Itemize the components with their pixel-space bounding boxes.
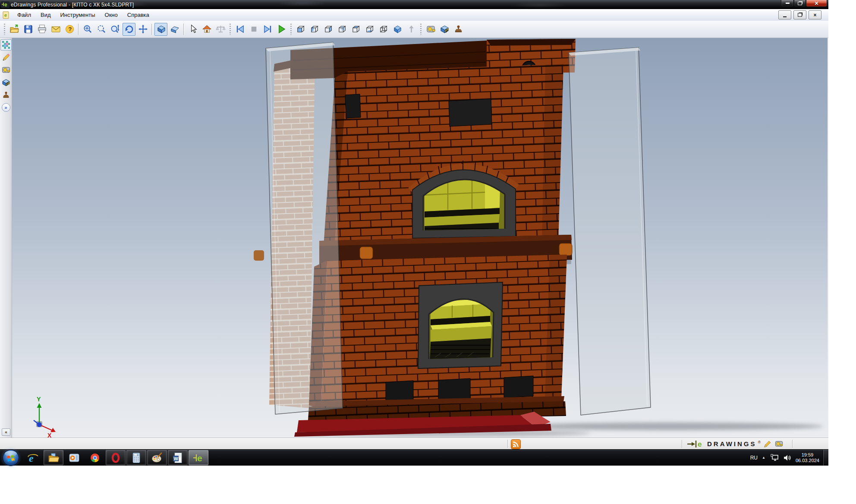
open-button[interactable] [8,23,21,36]
edrawings-icon: e [192,452,205,464]
sidebar-collapse-button[interactable]: « [2,428,10,436]
question-glyph: ? [68,26,72,32]
zoom-area-icon [97,24,107,34]
texture-icon [2,41,10,49]
mdi-minimize-button[interactable] [778,10,791,19]
taskbar: e [0,449,828,466]
toolbar-grip[interactable] [420,24,422,35]
taskbar-calculator[interactable]: 0 [126,450,146,465]
home-icon [202,24,212,34]
zoom-fit-button[interactable] [81,23,94,36]
view-bottom-button[interactable] [363,23,376,36]
stamp-side-button[interactable] [0,89,12,101]
window-restore-button[interactable] [794,0,806,7]
taskbar-edrawings[interactable]: e [189,450,208,465]
menu-bar: e Файл Вид Инструменты Окно Справка × [0,9,828,21]
edrawings-letter: e [197,453,202,463]
start-button[interactable] [3,450,19,466]
zoom-in-out-button[interactable] [109,23,122,36]
cross-section-side-button[interactable] [0,77,12,88]
show-desktop-button[interactable] [823,450,828,466]
mdi-close-button[interactable]: × [809,10,821,19]
view-cube-wireframe-icon [379,24,389,34]
up-arrow-icon [406,24,416,34]
view-back-button[interactable] [336,23,349,36]
svg-text:e: e [4,13,7,18]
hidden-lines-button[interactable] [168,23,181,36]
taskbar-media-player[interactable] [64,450,84,465]
texture-button[interactable] [0,39,12,50]
mass-properties-button[interactable] [214,23,227,36]
play-button[interactable] [275,23,288,36]
orientation-triad: Y X [34,396,56,438]
sidebar-expand-button[interactable]: » [2,103,10,112]
logo-letter: e [698,440,702,448]
taskbar-opera[interactable] [106,450,126,465]
home-button[interactable] [200,23,213,36]
menu-tools[interactable]: Инструменты [56,10,100,20]
play-icon [277,24,286,34]
markup-pencil-icon[interactable] [764,440,772,448]
select-button[interactable] [186,23,199,36]
window-close-button[interactable]: ✕ [806,0,827,7]
toolbar-grip[interactable] [290,24,292,35]
language-indicator[interactable]: RU [750,455,758,461]
volume-icon[interactable] [784,454,791,461]
pan-button[interactable] [136,23,149,36]
publish-button[interactable] [405,23,418,36]
view-cube-front-icon [296,24,306,34]
help-icon: ? [65,24,75,34]
help-button[interactable]: ? [63,23,76,36]
send-email-button[interactable] [49,23,62,36]
window-minimize-button[interactable] [781,0,794,7]
view-wireframe-button[interactable] [377,23,390,36]
main-toolbar: ? [0,21,828,38]
taskbar-word[interactable]: W [168,450,188,465]
stop-icon [249,24,259,34]
view-isometric-button[interactable] [391,23,404,36]
measure-status-icon[interactable] [775,440,783,448]
view-right-button[interactable] [322,23,335,36]
mdi-restore-button[interactable] [793,10,806,19]
menu-help[interactable]: Справка [123,10,154,20]
skip-end-icon [263,24,273,34]
status-groove [792,440,793,448]
stamp-button[interactable] [452,23,465,36]
print-button[interactable] [35,23,48,36]
toolbar-separator [183,24,184,35]
restore-icon [798,2,802,5]
cross-section-button[interactable] [438,23,451,36]
go-to-start-button[interactable] [233,23,246,36]
toolbar-grip[interactable] [4,24,5,35]
menu-view[interactable]: Вид [36,10,56,20]
registered-mark: ® [758,440,761,444]
tray-clock[interactable]: 19:59 06.03.2024 [796,452,819,463]
status-groove [507,440,508,448]
taskbar-chrome[interactable] [85,450,105,465]
stop-button[interactable] [247,23,260,36]
menu-window[interactable]: Окно [100,10,123,20]
3d-viewport[interactable]: Y X [12,38,828,438]
taskbar-internet-explorer[interactable]: e [23,450,43,465]
tray-expand-icon[interactable]: ▲ [762,456,765,460]
zoom-area-button[interactable] [95,23,108,36]
view-front-button[interactable] [294,23,307,36]
rotate-button[interactable] [123,23,135,36]
save-button[interactable] [22,23,35,36]
toolbar-grip[interactable] [230,24,231,35]
triad-y-label: Y [37,396,41,403]
pen-button[interactable] [0,52,12,63]
network-display-icon[interactable] [771,454,779,462]
minimize-icon [786,3,790,4]
measure-side-button[interactable] [0,64,12,76]
menu-file[interactable]: Файл [13,10,36,20]
shaded-view-button[interactable] [154,23,167,36]
measure-button[interactable] [424,23,437,36]
rss-icon[interactable] [511,439,521,449]
view-left-button[interactable] [308,23,321,36]
view-top-button[interactable] [349,23,362,36]
go-to-end-button[interactable] [261,23,274,36]
taskbar-windows-explorer[interactable] [44,450,63,465]
tape-measure-icon [2,66,10,74]
taskbar-paint[interactable] [147,450,167,465]
